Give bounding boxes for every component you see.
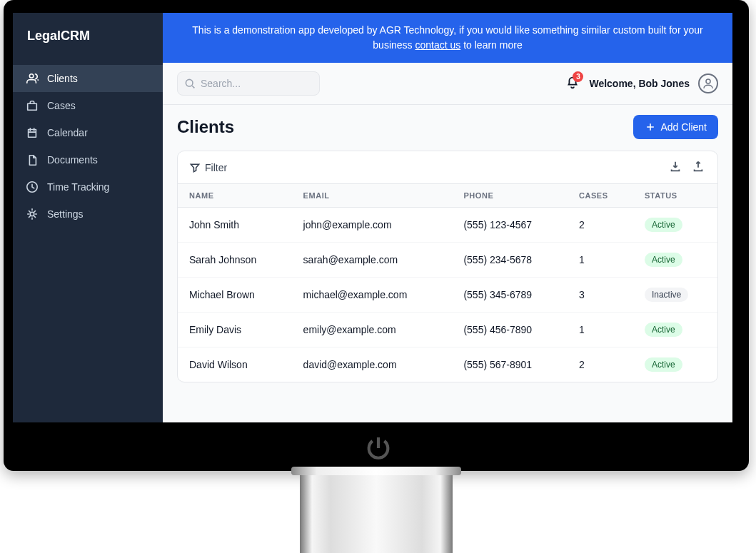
sidebar-nav: ClientsCasesCalendarDocumentsTime Tracki… bbox=[13, 65, 163, 228]
cell-name: Emily Davis bbox=[178, 313, 292, 347]
download-icon bbox=[669, 160, 682, 173]
svg-point-0 bbox=[186, 79, 193, 86]
cell-status: Active bbox=[633, 313, 717, 347]
sidebar-item-calendar[interactable]: Calendar bbox=[13, 119, 163, 146]
status-badge: Active bbox=[645, 218, 682, 232]
user-avatar[interactable] bbox=[698, 73, 718, 93]
download-button[interactable] bbox=[667, 158, 683, 176]
sidebar-item-time-tracking[interactable]: Time Tracking bbox=[13, 173, 163, 201]
cell-email: michael@example.com bbox=[292, 278, 453, 313]
status-badge: Active bbox=[645, 323, 682, 337]
cell-status: Active bbox=[633, 347, 717, 382]
monitor-frame: LegalCRM ClientsCasesCalendarDocumentsTi… bbox=[0, 0, 756, 553]
plus-icon bbox=[645, 121, 656, 133]
user-icon bbox=[702, 77, 715, 90]
cell-phone: (555) 456-7890 bbox=[452, 313, 568, 347]
demo-banner-link[interactable]: contact us bbox=[415, 39, 460, 51]
cell-phone: (555) 567-8901 bbox=[452, 347, 568, 382]
welcome-text: Welcome, Bob Jones bbox=[589, 78, 690, 89]
topbar: 3 Welcome, Bob Jones bbox=[163, 63, 732, 105]
column-header[interactable]: PHONE bbox=[452, 184, 568, 208]
main-area: This is a demonstration app developed by… bbox=[163, 13, 732, 422]
table-row[interactable]: Sarah Johnsonsarah@example.com(555) 234-… bbox=[178, 243, 717, 278]
upload-icon bbox=[692, 160, 705, 173]
status-badge: Active bbox=[645, 253, 682, 267]
column-header[interactable]: EMAIL bbox=[292, 184, 453, 208]
cell-email: john@example.com bbox=[292, 208, 453, 243]
users-icon bbox=[26, 72, 39, 85]
demo-banner: This is a demonstration app developed by… bbox=[163, 13, 732, 63]
card-toolbar: Filter bbox=[178, 151, 717, 183]
sidebar: LegalCRM ClientsCasesCalendarDocumentsTi… bbox=[13, 13, 163, 422]
column-header[interactable]: NAME bbox=[178, 184, 292, 208]
cell-status: Active bbox=[633, 243, 717, 278]
column-header[interactable]: CASES bbox=[568, 184, 633, 208]
column-header[interactable]: STATUS bbox=[633, 184, 717, 208]
table-row[interactable]: John Smithjohn@example.com(555) 123-4567… bbox=[178, 208, 717, 243]
sidebar-item-documents[interactable]: Documents bbox=[13, 146, 163, 173]
monitor-stand bbox=[300, 468, 453, 553]
briefcase-icon bbox=[26, 99, 39, 112]
cell-status: Active bbox=[633, 208, 717, 243]
sidebar-item-label: Clients bbox=[47, 73, 78, 84]
demo-banner-suffix: to learn more bbox=[460, 39, 522, 51]
filter-label: Filter bbox=[205, 162, 227, 173]
search-wrap bbox=[177, 71, 320, 96]
cell-cases: 2 bbox=[568, 208, 633, 243]
cell-cases: 1 bbox=[568, 313, 633, 347]
filter-button[interactable]: Filter bbox=[189, 162, 227, 173]
svg-point-1 bbox=[706, 79, 710, 83]
status-badge: Inactive bbox=[645, 288, 688, 302]
sidebar-item-label: Calendar bbox=[47, 127, 88, 138]
cell-cases: 3 bbox=[568, 278, 633, 313]
power-icon bbox=[0, 434, 756, 462]
search-icon bbox=[184, 78, 196, 89]
clients-card: Filter NAMEEMAILPHONECASESSTATUS John Sm… bbox=[177, 151, 718, 382]
export-button[interactable] bbox=[690, 158, 706, 176]
sidebar-item-label: Settings bbox=[47, 208, 84, 220]
cell-phone: (555) 234-5678 bbox=[452, 243, 568, 278]
cell-cases: 2 bbox=[568, 347, 633, 382]
search-input[interactable] bbox=[177, 71, 320, 96]
table-body: John Smithjohn@example.com(555) 123-4567… bbox=[178, 208, 717, 382]
cell-email: sarah@example.com bbox=[292, 243, 453, 278]
sidebar-item-settings[interactable]: Settings bbox=[13, 201, 163, 228]
cell-name: John Smith bbox=[178, 208, 292, 243]
cell-name: Sarah Johnson bbox=[178, 243, 292, 278]
add-client-button[interactable]: Add Client bbox=[633, 115, 718, 139]
table-row[interactable]: David Wilsondavid@example.com(555) 567-8… bbox=[178, 347, 717, 382]
cell-cases: 1 bbox=[568, 243, 633, 278]
page-header: Clients Add Client bbox=[163, 105, 732, 146]
cell-name: David Wilson bbox=[178, 347, 292, 382]
cell-phone: (555) 123-4567 bbox=[452, 208, 568, 243]
document-icon bbox=[26, 153, 39, 166]
notifications-button[interactable]: 3 bbox=[565, 74, 580, 93]
sidebar-item-cases[interactable]: Cases bbox=[13, 92, 163, 119]
app-screen: LegalCRM ClientsCasesCalendarDocumentsTi… bbox=[13, 13, 732, 422]
cell-phone: (555) 345-6789 bbox=[452, 278, 568, 313]
table-row[interactable]: Emily Davisemily@example.com(555) 456-78… bbox=[178, 313, 717, 347]
sidebar-item-label: Time Tracking bbox=[47, 181, 109, 193]
add-client-label: Add Client bbox=[660, 121, 707, 133]
clock-icon bbox=[26, 181, 39, 193]
page-title: Clients bbox=[177, 117, 234, 137]
cell-email: david@example.com bbox=[292, 347, 453, 382]
app-logo: LegalCRM bbox=[13, 13, 163, 65]
sidebar-item-clients[interactable]: Clients bbox=[13, 65, 163, 92]
cell-name: Michael Brown bbox=[178, 278, 292, 313]
clients-table: NAMEEMAILPHONECASESSTATUS John Smithjohn… bbox=[178, 183, 717, 382]
table-row[interactable]: Michael Brownmichael@example.com(555) 34… bbox=[178, 278, 717, 313]
sidebar-item-label: Documents bbox=[47, 154, 98, 166]
table-header-row: NAMEEMAILPHONECASESSTATUS bbox=[178, 184, 717, 208]
cell-status: Inactive bbox=[633, 278, 717, 313]
calendar-icon bbox=[26, 126, 39, 139]
status-badge: Active bbox=[645, 357, 682, 372]
cell-email: emily@example.com bbox=[292, 313, 453, 347]
sidebar-item-label: Cases bbox=[47, 100, 76, 111]
filter-icon bbox=[189, 162, 201, 173]
notifications-badge: 3 bbox=[573, 71, 583, 82]
gear-icon bbox=[26, 208, 39, 220]
